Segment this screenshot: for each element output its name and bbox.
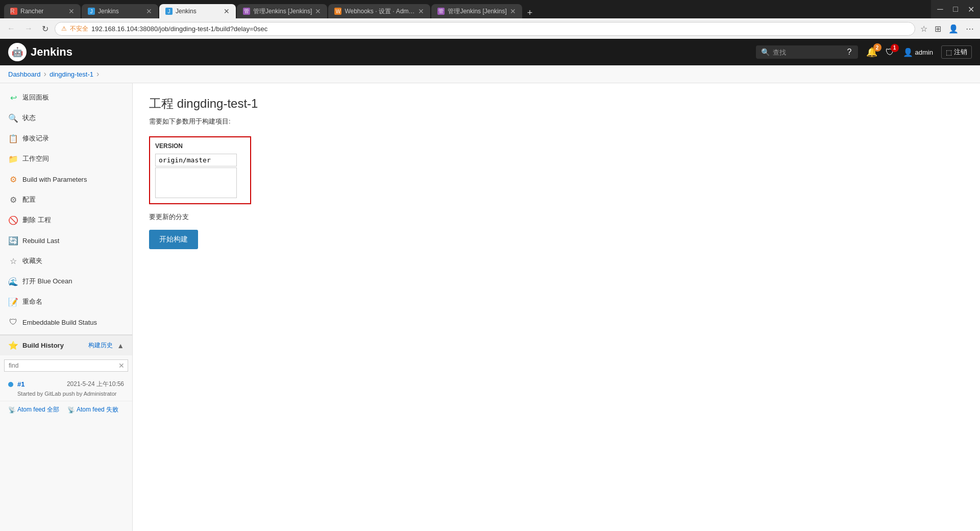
- build-item-top-1: #1 2021-5-24 上午10:56: [8, 380, 124, 389]
- lock-text: 不安全: [70, 25, 88, 33]
- build-history-toggle[interactable]: ▲: [117, 342, 124, 350]
- tab-close-5[interactable]: ✕: [418, 7, 424, 15]
- sidebar-label-workspace: 工作空间: [22, 154, 49, 163]
- tab-close-2[interactable]: ✕: [146, 7, 152, 15]
- build-status-dot-1: [8, 382, 13, 387]
- tab-favicon-2: J: [88, 8, 95, 15]
- atom-feed-all-link[interactable]: 📡 Atom feed 全部: [8, 405, 59, 414]
- version-dropdown[interactable]: [155, 167, 237, 198]
- forward-button[interactable]: →: [21, 23, 36, 34]
- maximize-button[interactable]: □: [948, 2, 963, 16]
- delete-project-icon: 🚫: [8, 215, 18, 225]
- browser-actions: ☆ ⊞ 👤 ⋯: [918, 23, 976, 35]
- close-button[interactable]: ✕: [964, 2, 978, 16]
- tab-close-4[interactable]: ✕: [315, 7, 321, 15]
- version-select[interactable]: origin/master: [155, 154, 237, 166]
- sidebar-item-changes[interactable]: 📋 修改记录: [0, 128, 132, 149]
- sidebar-label-rebuild-last: Rebuild Last: [22, 237, 59, 245]
- bell-notification[interactable]: 🔔 2: [866, 46, 877, 58]
- sidebar-item-status[interactable]: 🔍 状态: [0, 108, 132, 128]
- address-bar-container: ← → ↻ ⚠ 不安全 192.168.16.104:38080/job/din…: [0, 18, 980, 39]
- tab-title-2: Jenkins: [98, 8, 143, 15]
- breadcrumb-project[interactable]: dingding-test-1: [50, 70, 93, 78]
- atom-feed-failed-link[interactable]: 📡 Atom feed 失败: [67, 405, 118, 414]
- browser-chrome: R Rancher ✕ J Jenkins ✕ J Jenkins ✕ 管 管理…: [0, 0, 980, 39]
- build-number-link-1[interactable]: #1: [17, 380, 24, 388]
- search-input[interactable]: [773, 49, 844, 56]
- tab-close-6[interactable]: ✕: [510, 7, 516, 15]
- browser-tab-6[interactable]: 管 管理Jenkins [Jenkins] ✕: [431, 4, 522, 18]
- sidebar-item-blue-ocean[interactable]: 🌊 打开 Blue Ocean: [0, 271, 132, 292]
- build-with-params-icon: ⚙: [8, 174, 18, 184]
- sidebar-item-embeddable-build-status[interactable]: 🛡 Embeddable Build Status: [0, 312, 132, 332]
- header-search[interactable]: 🔍 ?: [756, 45, 858, 59]
- build-history-icon: ⭐: [8, 341, 18, 350]
- browser-tab-5[interactable]: W Webhooks · 设置 · Administrato... ✕: [328, 4, 430, 18]
- sidebar-item-delete-project[interactable]: 🚫 删除 工程: [0, 210, 132, 230]
- tab-favicon-4: 管: [243, 8, 250, 15]
- page-title: 工程 dingding-test-1: [149, 95, 964, 112]
- version-box: VERSION origin/master: [149, 136, 251, 204]
- sidebar-label-delete-project: 删除 工程: [22, 215, 51, 225]
- content-area: 工程 dingding-test-1 需要如下参数用于构建项目: VERSION…: [133, 83, 980, 531]
- back-button[interactable]: ←: [4, 23, 18, 34]
- browser-tab-3[interactable]: J Jenkins ✕: [159, 4, 236, 18]
- extensions-button[interactable]: ⊞: [933, 23, 943, 35]
- sidebar-label-blue-ocean: 打开 Blue Ocean: [22, 277, 72, 286]
- jenkins-logo: 🤖 Jenkins: [8, 43, 72, 61]
- shield-notification[interactable]: 🛡 1: [886, 47, 895, 58]
- help-icon[interactable]: ?: [847, 47, 852, 57]
- user-menu[interactable]: 👤 admin: [903, 47, 933, 57]
- build-history-header: ⭐ Build History 构建历史 ▲: [0, 335, 132, 355]
- tab-close-1[interactable]: ✕: [68, 7, 75, 15]
- atom-feed-all-label: Atom feed 全部: [17, 405, 59, 414]
- tab-title-1: Rancher: [20, 8, 65, 15]
- sidebar-label-status: 状态: [22, 113, 36, 123]
- refresh-button[interactable]: ↻: [39, 23, 52, 35]
- sidebar-item-rename[interactable]: 📝 重命名: [0, 292, 132, 312]
- status-icon: 🔍: [8, 113, 18, 123]
- sidebar-item-back-dashboard[interactable]: ↩ 返回面板: [0, 87, 132, 108]
- sidebar-item-build-with-params[interactable]: ⚙ Build with Parameters: [0, 169, 132, 189]
- build-search-clear[interactable]: ✕: [115, 360, 128, 371]
- build-search-input[interactable]: [5, 360, 115, 371]
- jenkins-logo-text: Jenkins: [31, 45, 72, 59]
- sidebar-item-config[interactable]: ⚙ 配置: [0, 189, 132, 210]
- sidebar-label-favorites: 收藏夹: [22, 256, 42, 266]
- sidebar-label-changes: 修改记录: [22, 134, 49, 143]
- tab-title-4: 管理Jenkins [Jenkins]: [253, 7, 312, 16]
- username: admin: [915, 49, 933, 56]
- menu-button[interactable]: ⋯: [964, 23, 976, 35]
- sidebar-item-rebuild-last[interactable]: 🔄 Rebuild Last: [0, 230, 132, 251]
- tab-favicon-3: J: [165, 8, 173, 15]
- address-bar[interactable]: ⚠ 不安全 192.168.16.104:38080/job/dingding-…: [55, 22, 915, 36]
- main-layout: ↩ 返回面板 🔍 状态 📋 修改记录 📁 工作空间 ⚙ Build with P…: [0, 83, 980, 531]
- sidebar-label-build-with-params: Build with Parameters: [22, 176, 87, 183]
- sidebar-label-embeddable-build-status: Embeddable Build Status: [22, 319, 97, 326]
- new-tab-button[interactable]: +: [523, 8, 537, 18]
- tab-close-3[interactable]: ✕: [224, 7, 230, 15]
- browser-tab-4[interactable]: 管 管理Jenkins [Jenkins] ✕: [237, 4, 327, 18]
- sidebar-item-favorites[interactable]: ☆ 收藏夹: [0, 251, 132, 271]
- breadcrumb-separator-2: ›: [96, 69, 99, 79]
- start-build-button[interactable]: 开始构建: [149, 230, 198, 249]
- breadcrumb: Dashboard › dingding-test-1 ›: [0, 65, 980, 83]
- logout-button[interactable]: ⬚ 注销: [941, 45, 972, 59]
- minimize-button[interactable]: ─: [933, 2, 947, 16]
- profile-button[interactable]: 👤: [946, 23, 961, 35]
- logout-icon: ⬚: [946, 49, 952, 56]
- bookmarks-button[interactable]: ☆: [918, 23, 929, 35]
- notifications: 🔔 2 🛡 1: [866, 46, 895, 58]
- rebuild-last-icon: 🔄: [8, 235, 18, 246]
- sidebar-item-workspace[interactable]: 📁 工作空间: [0, 149, 132, 169]
- sidebar-label-config: 配置: [22, 195, 36, 204]
- shield-badge: 1: [891, 44, 899, 52]
- browser-tab-2[interactable]: J Jenkins ✕: [82, 4, 158, 18]
- browser-tab-1[interactable]: R Rancher ✕: [4, 4, 81, 18]
- build-history-link[interactable]: 构建历史: [88, 341, 113, 350]
- search-icon: 🔍: [761, 48, 770, 56]
- breadcrumb-dashboard[interactable]: Dashboard: [8, 70, 41, 78]
- tab-title-5: Webhooks · 设置 · Administrato...: [345, 7, 415, 16]
- build-history-panel: ⭐ Build History 构建历史 ▲ ✕ #1 2021-5-24 上午…: [0, 334, 132, 418]
- build-time-1: 2021-5-24 上午10:56: [67, 380, 124, 389]
